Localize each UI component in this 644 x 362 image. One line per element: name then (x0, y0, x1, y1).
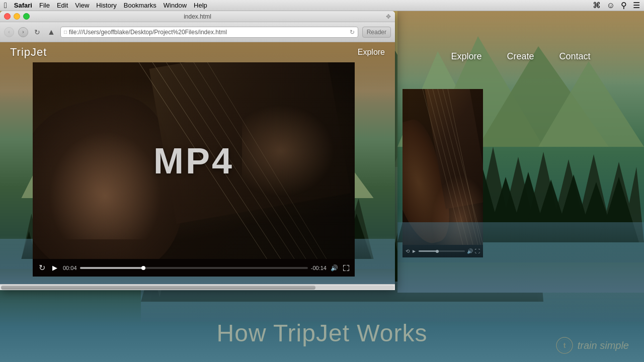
rewind-button[interactable]: ↻ (37, 263, 47, 273)
time-remaining: -00:14 (311, 265, 327, 271)
svg-rect-126 (349, 268, 349, 271)
right-nav-bar: Explore Create Contact (397, 51, 644, 62)
current-time: 00:04 (63, 265, 77, 271)
menu-bar-right: ⌘ ☺ ⚲ ☰ (593, 1, 640, 10)
play-button[interactable]: ▶ (50, 263, 60, 273)
browser-content: TripJet Explore (0, 42, 395, 284)
progress-fill (80, 267, 144, 269)
tripjet-site: TripJet Explore (0, 42, 395, 284)
search-icon[interactable]: ⚲ (621, 1, 627, 10)
menu-view[interactable]: View (75, 2, 89, 9)
menu-history[interactable]: History (96, 2, 116, 9)
window-controls (4, 13, 30, 20)
right-nav-contact[interactable]: Contact (559, 51, 591, 62)
menu-edit[interactable]: Edit (57, 2, 68, 9)
scrollbar-track[interactable] (1, 286, 394, 290)
video-controls-bar[interactable]: ↻ ▶ 00:04 -00:14 🔊 (33, 259, 355, 277)
menu-safari[interactable]: Safari (14, 2, 32, 9)
site-logo: TripJet (10, 46, 47, 59)
address-text: file:///Users/geoffblake/Desktop/Project… (69, 29, 348, 36)
scrollbar-thumb[interactable] (1, 286, 315, 290)
share-button[interactable]: ▲ (46, 27, 56, 37)
right-nav-create[interactable]: Create (507, 51, 534, 62)
progress-indicator (141, 266, 145, 270)
safari-toolbar: ‹ › ↻ ▲ □ file:///Users/geoffblake/Deskt… (0, 22, 395, 42)
how-it-works-heading: How TripJet Works (217, 319, 428, 347)
reload-button[interactable]: ↻ (32, 27, 42, 37)
lock-icon: □ (64, 29, 67, 35)
site-header: TripJet Explore (0, 42, 395, 62)
menu-window[interactable]: Window (164, 2, 187, 9)
right-nav-explore[interactable]: Explore (451, 51, 481, 62)
window-minimize-button[interactable] (14, 13, 20, 20)
menu-bar:  Safari File Edit View History Bookmark… (0, 0, 644, 11)
apple-menu[interactable]:  (4, 1, 7, 10)
back-button[interactable]: ‹ (4, 27, 14, 37)
wifi-icon: ⌘ (593, 1, 601, 10)
window-resize-icon[interactable]: ✥ (386, 13, 391, 20)
menu-file[interactable]: File (39, 2, 50, 9)
svg-text:t: t (563, 341, 566, 349)
svg-rect-122 (349, 265, 349, 267)
right-lake (397, 222, 644, 262)
reader-button[interactable]: Reader (362, 27, 391, 38)
window-close-button[interactable] (4, 13, 11, 20)
user-icon: ☺ (607, 1, 615, 10)
right-website-panel: Explore Create Contact ⟲ (397, 11, 644, 293)
menu-extra-icon: ☰ (633, 1, 640, 10)
svg-rect-120 (343, 265, 344, 267)
svg-rect-124 (343, 268, 344, 271)
train-simple-logo-icon: t (555, 336, 574, 354)
fullscreen-button[interactable] (342, 263, 351, 273)
site-explore-link[interactable]: Explore (358, 48, 385, 57)
video-frame: MP4 (33, 62, 355, 259)
video-player: MP4 ↻ ▶ 00:04 -00:14 (33, 62, 355, 277)
menu-bookmarks[interactable]: Bookmarks (124, 2, 156, 9)
left-hand (49, 131, 162, 239)
menu-help[interactable]: Help (194, 2, 207, 9)
window-title: index.html (184, 13, 211, 20)
bottom-section: How TripJet Works (0, 279, 644, 362)
right-video-inner (403, 89, 483, 245)
browser-scrollbar[interactable] (0, 284, 395, 290)
address-bar[interactable]: □ file:///Users/geoffblake/Desktop/Proje… (60, 27, 358, 38)
safari-titlebar: index.html ✥ (0, 11, 395, 22)
address-reload-icon[interactable]: ↻ (350, 29, 355, 36)
safari-window: index.html ✥ ‹ › ↻ ▲ □ file:///Users/geo… (0, 11, 395, 290)
forward-button[interactable]: › (18, 27, 28, 37)
volume-button[interactable]: 🔊 (330, 263, 339, 273)
progress-bar[interactable] (80, 267, 308, 269)
video-format-label: MP4 (153, 140, 234, 182)
right-hand (242, 102, 339, 200)
window-maximize-button[interactable] (23, 13, 30, 20)
train-simple-text: train simple (578, 340, 629, 351)
train-simple-logo: t train simple (555, 336, 629, 354)
